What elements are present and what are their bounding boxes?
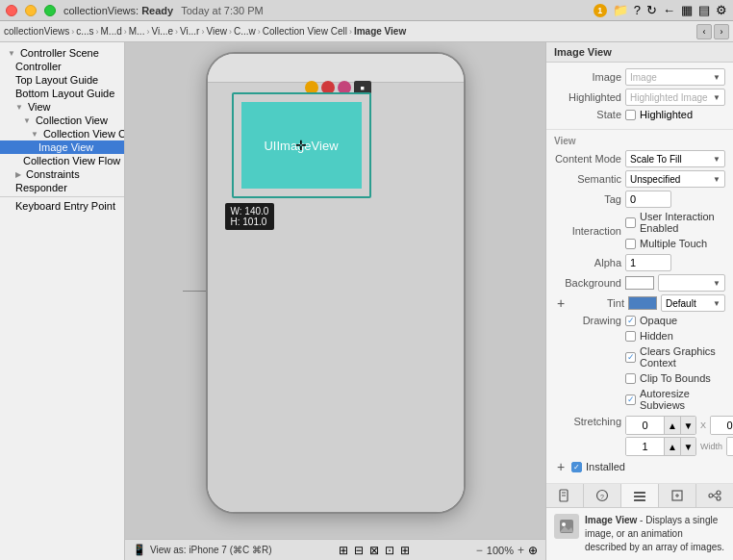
desc-icon-row: Image View - Displays a single image, or… [554,514,725,554]
clears-graphics-label: Clears Graphics Context [640,345,725,369]
breadcrumb-vir[interactable]: Vi...r [180,26,199,37]
sidebar-item-constraints[interactable]: ▶ Constraints [0,167,124,181]
device-icon: 📱 [133,544,146,556]
panel-tab-size[interactable] [659,484,696,507]
phone-top-bar [208,54,464,83]
sidebar-item-controller[interactable]: Controller [0,60,124,73]
breadcrumb-cs[interactable]: c...s [76,26,93,37]
stretch-y-val: 0 [711,417,733,434]
alpha-input[interactable]: 1 [625,254,671,271]
breadcrumb-image-view[interactable]: Image View [354,26,406,37]
bottom-icon-1[interactable]: ⊞ [339,544,348,557]
stretch-h-val: 1 [727,438,733,455]
zoom-plus-btn[interactable]: + [518,544,524,557]
user-interaction-checkbox[interactable] [625,217,636,228]
sidebar-item-collection-view-cell[interactable]: ▼ Collection View Cell [0,127,124,140]
stretch-x-down[interactable]: ▼ [680,417,695,434]
panel-tab-attributes[interactable] [621,484,659,507]
nav-forward[interactable]: › [714,24,729,39]
state-checkbox[interactable] [625,110,636,120]
canvas-area[interactable]: ▶ ■ [125,42,545,560]
breadcrumb-collectionviews[interactable]: collectionViews [4,26,69,37]
breadcrumb-cw[interactable]: C...w [234,26,256,37]
breadcrumb-m[interactable]: M... [129,26,145,37]
bottom-icon-5[interactable]: ⊞ [400,544,410,557]
settings-icon[interactable]: ⚙ [716,3,727,17]
panel-tab-file[interactable] [546,484,584,507]
alpha-row: Alpha 1 [554,254,725,271]
stretching-row: Stretching 0 ▲ ▼ X 0 ▲ ▼ [554,416,725,456]
window-timestamp: Today at 7:30 PM [181,5,264,16]
stretch-x-up[interactable]: ▲ [665,417,680,434]
right-panel: Image View Image Image ▼ Highlighted Hig… [545,42,733,560]
bottom-icon-2[interactable]: ⊟ [354,544,364,557]
refresh-icon[interactable]: ↻ [646,3,657,17]
view-section: View Content Mode Scale To Fill ▼ Semant… [546,130,733,484]
svg-point-12 [717,491,720,495]
sidebar-item-view[interactable]: ▼ View [0,100,124,114]
sidebar-item-bottom-layout[interactable]: Bottom Layout Guide [0,87,124,100]
breadcrumb-vie[interactable]: Vi...e [151,26,173,37]
zoom-minus-btn[interactable]: − [476,544,483,557]
autoresize-row: Autoresize Subviews [625,388,725,411]
panel-tab-connections[interactable] [696,484,733,507]
opaque-checkbox[interactable] [625,316,636,326]
content-mode-dropdown[interactable]: Scale To Fill ▼ [625,150,725,167]
stretch-w-down[interactable]: ▼ [680,438,695,455]
back-icon[interactable]: ← [663,3,675,17]
autoresize-checkbox[interactable] [625,395,636,405]
maximize-button[interactable] [44,5,56,16]
sidebar-item-flow-layout[interactable]: Collection View Flow Lay... [0,154,124,167]
highlighted-field-row: Highlighted Highlighted Image ▼ [554,89,725,106]
installed-checkbox[interactable] [571,462,582,472]
breadcrumb-md[interactable]: M...d [101,26,122,37]
sidebar-item-image-view[interactable]: Image View [0,140,124,154]
crosshair-icon: ✛ [295,138,307,153]
stretch-w-up[interactable]: ▲ [665,438,680,455]
clears-graphics-checkbox[interactable] [625,352,636,363]
multiple-touch-checkbox[interactable] [625,239,636,249]
bottom-left: 📱 View as: iPhone 7 (⌘C ⌘R) [133,544,272,556]
tint-label: Tint [571,297,624,309]
state-value: Highlighted [640,109,693,120]
sidebar-item-controller-scene[interactable]: ▼ Controller Scene [0,46,124,60]
interaction-row: Interaction User Interaction Enabled Mul… [554,211,725,251]
semantic-dropdown[interactable]: Unspecified ▼ [625,170,725,188]
help-icon[interactable]: ? [634,3,641,17]
breadcrumb-collection-view-cell[interactable]: Collection View Cell [263,26,347,37]
background-dropdown[interactable]: ▼ [658,274,725,292]
clip-bounds-row: Clip To Bounds [625,372,725,384]
sidebar-item-top-layout[interactable]: Top Layout Guide [0,73,124,87]
sidebar-item-responder[interactable]: Responder [0,181,124,194]
clip-bounds-checkbox[interactable] [625,373,636,384]
highlighted-dropdown[interactable]: Highlighted Image ▼ [625,89,725,106]
content-mode-label: Content Mode [554,153,621,165]
image-dropdown[interactable]: Image ▼ [625,68,725,86]
svg-rect-6 [634,496,645,497]
layout-icon[interactable]: ▦ [681,3,693,17]
breadcrumb-view[interactable]: View [206,26,227,37]
bottom-icon-4[interactable]: ⊡ [385,544,394,557]
hidden-checkbox[interactable] [625,331,636,342]
sidebar-item-keyboard[interactable]: Keyboard Entry Point [0,199,124,213]
bottom-bar: 📱 View as: iPhone 7 (⌘C ⌘R) ⊞ ⊟ ⊠ ⊡ ⊞ − … [125,539,545,560]
minimize-button[interactable] [25,5,37,16]
tint-dropdown[interactable]: Default ▼ [661,294,725,312]
inspector-icon[interactable]: ▤ [698,3,710,17]
installed-add-btn[interactable]: + [554,459,568,474]
sidebar-item-collection-view[interactable]: ▼ Collection View [0,114,124,127]
panel-tab-quick-help[interactable]: ? [584,484,621,507]
alpha-label: Alpha [554,257,621,268]
drawing-label: Drawing [554,315,621,326]
bottom-icon-3[interactable]: ⊠ [369,544,379,557]
folder-icon[interactable]: 📁 [613,3,628,17]
tint-swatch[interactable] [628,296,657,310]
nav-back[interactable]: ‹ [696,24,712,39]
close-button[interactable] [6,5,17,16]
tag-label: Tag [554,193,621,205]
collection-cell[interactable]: ■ ✛ UIImageView [232,92,371,198]
tag-input[interactable]: 0 [625,191,671,208]
background-swatch[interactable] [625,276,654,290]
tint-add-btn[interactable]: + [554,295,568,311]
target-icon[interactable]: ⊕ [528,544,538,557]
